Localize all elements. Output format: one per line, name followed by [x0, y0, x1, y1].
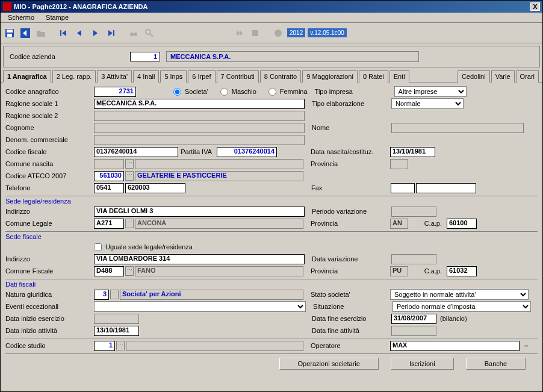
studio-label: Codice studio — [5, 342, 93, 349]
menu-schermo[interactable]: Schermo — [3, 13, 39, 22]
azienda-name: MECCANICA S.P.A. — [166, 51, 419, 62]
com-nasc-input[interactable] — [94, 159, 124, 169]
sl-prov-label: Provincia — [311, 220, 389, 227]
operatore-input[interactable]: MAX — [390, 341, 520, 351]
sf-datavar-label: Data variazione — [312, 255, 390, 263]
data-nasc-input[interactable]: 13/10/1981 — [390, 147, 435, 157]
minus-icon[interactable]: – — [524, 342, 528, 349]
sl-cap-input[interactable]: 60100 — [447, 219, 477, 229]
tab-maggiorazioni[interactable]: 9 Maggiorazioni — [302, 70, 358, 82]
stato-select[interactable]: Soggetto in normale attivita' — [390, 289, 529, 300]
ateco-lookup-icon[interactable]: ⋯ — [125, 171, 134, 181]
sf-com-code-input[interactable]: D488 — [94, 266, 124, 276]
codice-azienda-input[interactable]: 1 — [130, 52, 160, 61]
tipo-elab-select[interactable]: Normale — [391, 98, 464, 109]
fax-num-input[interactable] — [416, 183, 476, 193]
fine-es-input[interactable]: 31/08/2007 — [391, 314, 436, 324]
back-icon[interactable] — [19, 26, 32, 40]
tab-cedolini[interactable]: Cedolini — [458, 70, 490, 82]
skip-icon[interactable] — [233, 26, 246, 40]
menu-stampe[interactable]: Stampe — [41, 13, 73, 22]
sf-ind-input[interactable]: VIA LOMBARDORE 314 — [94, 254, 305, 264]
natura-code-input[interactable]: 3 — [94, 290, 109, 300]
codice-anag-label: Codice anagrafico — [5, 88, 93, 95]
tab-leg-rapp[interactable]: 2 Leg. rapp. — [52, 70, 96, 82]
banche-button[interactable]: Banche — [466, 358, 526, 370]
close-button[interactable]: X — [530, 2, 540, 11]
natura-lookup-icon[interactable]: ⋯ — [110, 290, 119, 299]
iscrizioni-button[interactable]: Iscrizioni — [391, 358, 454, 370]
tipo-impresa-select[interactable]: Altre imprese — [394, 86, 467, 97]
fine-att-input[interactable] — [391, 326, 436, 336]
zoom-icon[interactable] — [143, 26, 156, 40]
inizio-es-input[interactable] — [94, 314, 139, 324]
denom-input[interactable] — [94, 135, 305, 145]
tab-attivita[interactable]: 3 Attivita' — [97, 70, 132, 82]
svg-rect-5 — [113, 30, 114, 36]
studio-desc — [126, 341, 303, 351]
sl-com-code-input[interactable]: A271 — [94, 219, 124, 229]
menubar: Schermo Stampe — [1, 13, 542, 23]
binoculars-icon[interactable] — [127, 26, 140, 40]
titlebar: MIO - Paghe2012 - ANAGRAFICA AZIENDA X — [1, 1, 542, 13]
tab-varie[interactable]: Varie — [491, 70, 515, 82]
com-nasc-lookup-icon[interactable]: ⋯ — [125, 159, 134, 169]
sl-cap-label: C.a.p. — [409, 220, 445, 227]
tab-irpef[interactable]: 6 Irpef — [188, 70, 215, 82]
svg-point-8 — [146, 30, 150, 34]
tab-inail[interactable]: 4 Inail — [133, 70, 159, 82]
piva-input[interactable]: 01376240014 — [217, 147, 277, 157]
next-icon[interactable] — [88, 26, 102, 40]
last-icon[interactable] — [104, 26, 117, 40]
cf-input[interactable]: 01376240014 — [94, 147, 178, 157]
sl-com-lookup-icon[interactable]: ⋯ — [125, 219, 134, 228]
tab-ratei[interactable]: 0 Ratei — [359, 70, 388, 82]
uguale-checkbox[interactable] — [94, 243, 102, 251]
version-badge: v.12.05.1c00 — [308, 28, 347, 37]
piva-label: Partita IVA — [179, 148, 216, 155]
tab-anagrafica[interactable]: 1 Anagrafica — [3, 70, 51, 82]
inizio-att-input[interactable]: 13/10/1981 — [94, 326, 139, 336]
rag2-input[interactable] — [94, 111, 305, 121]
ateco-input[interactable]: 561030 — [94, 171, 124, 181]
data-nasc-label: Data nascita/costituz. — [311, 148, 389, 155]
globe-icon[interactable] — [272, 26, 285, 40]
tab-orari[interactable]: Orari — [516, 70, 539, 82]
tab-contratto[interactable]: 8 Contratto — [260, 70, 301, 82]
prov-input[interactable] — [390, 159, 408, 169]
sf-cap-input[interactable]: 61032 — [447, 266, 477, 276]
rag1-input[interactable]: MECCANICA S.P.A. — [94, 99, 305, 109]
situazione-select[interactable]: Periodo normale d'imposta — [393, 301, 531, 312]
tab-inps[interactable]: 5 Inps — [160, 70, 187, 82]
tel-num-input[interactable]: 620003 — [125, 183, 185, 193]
dati-fiscali-header: Dati fiscali — [5, 279, 538, 288]
radio-societa[interactable] — [173, 88, 181, 96]
fax-pre-input[interactable] — [391, 183, 415, 193]
studio-code-input[interactable]: 1 — [94, 341, 115, 351]
folder-icon[interactable] — [34, 26, 48, 40]
radio-femmina[interactable] — [268, 88, 276, 96]
sf-datavar-input[interactable] — [391, 254, 436, 264]
sl-ind-input[interactable]: VIA DEGLI OLMI 3 — [94, 207, 305, 217]
tab-enti[interactable]: Enti — [389, 70, 409, 82]
studio-lookup-icon[interactable]: ⋯ — [116, 341, 125, 350]
eventi-select[interactable] — [94, 301, 306, 312]
sl-periodo-input[interactable] — [391, 207, 436, 217]
codice-anag-input[interactable]: 2731 — [94, 87, 136, 97]
op-societarie-button[interactable]: Operazioni societarie — [279, 358, 379, 370]
svg-rect-2 — [7, 34, 12, 37]
com-nasc-desc — [135, 159, 303, 169]
tel-pre-input[interactable]: 0541 — [94, 183, 124, 193]
sf-com-lookup-icon[interactable]: ⋯ — [125, 266, 134, 276]
cognome-input[interactable] — [94, 123, 305, 133]
app-icon — [3, 2, 11, 11]
first-icon[interactable] — [57, 26, 70, 40]
stop-icon[interactable] — [249, 26, 262, 40]
nome-input[interactable] — [391, 123, 524, 133]
radio-maschio[interactable] — [220, 88, 228, 96]
prov-label: Provincia — [311, 160, 389, 167]
tab-contributi[interactable]: 7 Contributi — [217, 70, 259, 82]
prev-icon[interactable] — [73, 26, 86, 40]
save-icon[interactable] — [3, 26, 16, 40]
sf-com-label: Comune Fiscale — [5, 267, 93, 275]
